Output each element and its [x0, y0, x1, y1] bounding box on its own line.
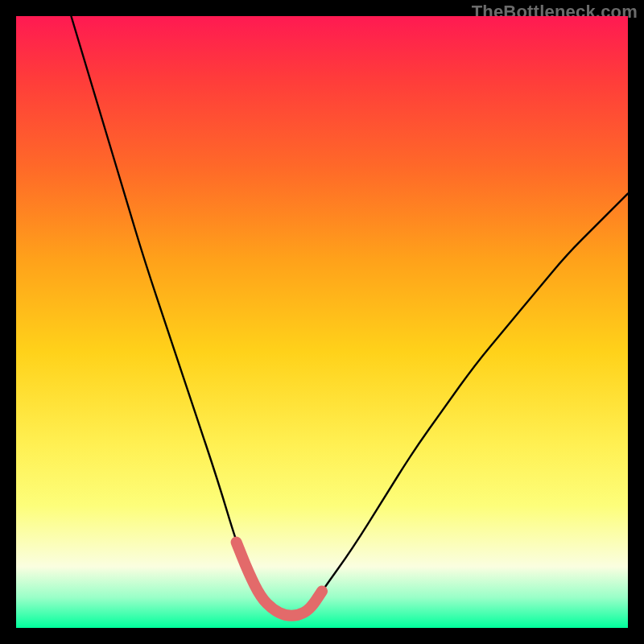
- plot-area: [16, 16, 628, 628]
- bottleneck-curve: [71, 16, 628, 616]
- chart-frame: TheBottleneck.com: [0, 0, 644, 644]
- curve-layer: [16, 16, 628, 628]
- valley-highlight: [237, 543, 322, 616]
